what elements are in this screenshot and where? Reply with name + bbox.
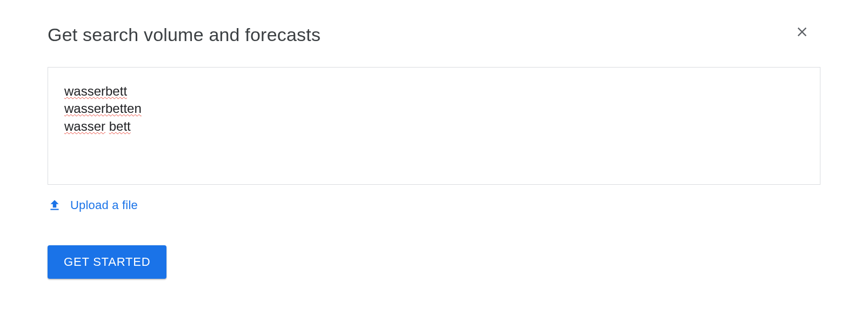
close-button[interactable] <box>794 24 810 39</box>
keywords-textarea-content[interactable]: wasserbettwasserbettenwasser bett <box>64 83 804 135</box>
upload-icon <box>48 198 62 213</box>
upload-file-label: Upload a file <box>70 198 138 212</box>
page-title: Get search volume and forecasts <box>48 24 321 45</box>
keywords-textarea[interactable]: wasserbettwasserbettenwasser bett <box>48 67 820 185</box>
upload-file-link[interactable]: Upload a file <box>48 198 138 213</box>
dialog-header: Get search volume and forecasts <box>48 24 820 45</box>
get-started-button[interactable]: GET STARTED <box>48 245 166 279</box>
dialog-container: Get search volume and forecasts wasserbe… <box>0 0 868 303</box>
close-icon <box>794 24 810 39</box>
